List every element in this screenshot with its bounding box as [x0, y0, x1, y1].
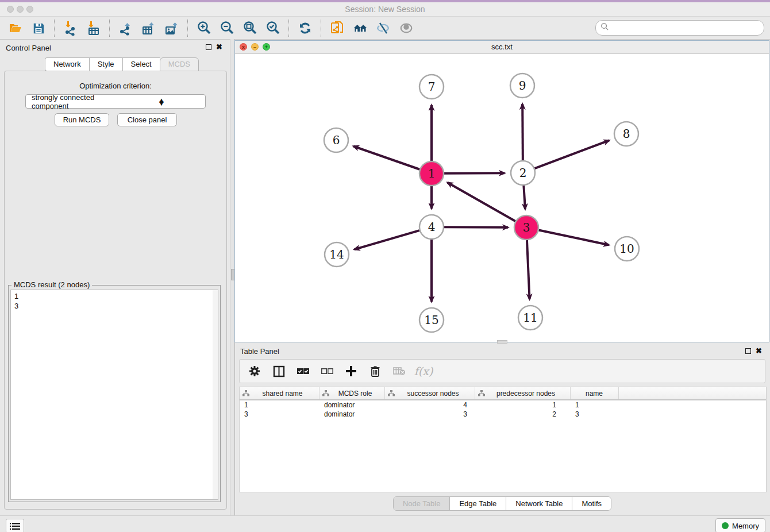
- graph-node-11[interactable]: 11: [518, 306, 542, 330]
- edge-3-1[interactable]: [448, 183, 515, 221]
- optimization-criterion-label: Optimization criterion:: [5, 82, 226, 90]
- cell-name[interactable]: 1: [571, 401, 619, 409]
- export-table-icon[interactable]: [141, 21, 156, 36]
- svg-text:4: 4: [428, 220, 436, 234]
- add-icon[interactable]: [344, 364, 358, 378]
- zoom-out-icon[interactable]: [220, 21, 234, 36]
- graph-node-10[interactable]: 10: [615, 237, 639, 261]
- refresh-icon[interactable]: [298, 21, 313, 36]
- memory-button[interactable]: Memory: [715, 518, 765, 532]
- window-resize-handle[interactable]: [497, 340, 507, 344]
- result-scrollbar[interactable]: [213, 290, 218, 499]
- home-icon[interactable]: [353, 21, 368, 36]
- search-input[interactable]: [609, 24, 764, 32]
- close-panel-icon[interactable]: ✖: [216, 44, 222, 50]
- edge-2-8[interactable]: [535, 140, 609, 168]
- cell-shared-name[interactable]: 1: [240, 401, 319, 409]
- svg-text:9: 9: [519, 79, 526, 92]
- titlebar: Session: New Session: [0, 2, 770, 17]
- edge-3-10[interactable]: [539, 230, 609, 245]
- graph-node-4[interactable]: 4: [419, 215, 444, 239]
- column-header-predecessor-nodes[interactable]: predecessor nodes: [475, 387, 571, 399]
- graph-node-2[interactable]: 2: [511, 161, 535, 185]
- search-icon: [600, 22, 609, 33]
- graph-node-15[interactable]: 15: [419, 308, 444, 332]
- tab-network[interactable]: Network: [45, 57, 89, 71]
- edge-4-3[interactable]: [444, 227, 508, 228]
- close-table-panel-icon[interactable]: ✖: [756, 348, 762, 354]
- cell-predecessor-nodes[interactable]: 2: [475, 410, 571, 418]
- edge-1-2[interactable]: [444, 173, 505, 174]
- edge-4-14[interactable]: [355, 230, 419, 249]
- criterion-value: strongly connected component: [26, 93, 114, 110]
- search-box[interactable]: [595, 20, 764, 36]
- edge-2-9[interactable]: [522, 104, 523, 160]
- graph-node-3[interactable]: 3: [514, 215, 538, 240]
- cell-name[interactable]: 3: [571, 410, 619, 418]
- clone-network-icon[interactable]: [330, 21, 345, 36]
- task-history-button[interactable]: [6, 519, 24, 532]
- zoom-selected-icon[interactable]: [265, 21, 280, 36]
- hide-panel-icon[interactable]: [376, 21, 391, 36]
- split-columns-icon[interactable]: [272, 364, 286, 378]
- tab-edge-table[interactable]: Edge Table: [450, 497, 506, 510]
- svg-text:7: 7: [428, 80, 436, 94]
- edge-1-6[interactable]: [353, 147, 419, 169]
- float-table-panel-icon[interactable]: [745, 348, 751, 354]
- cell-shared-name[interactable]: 3: [240, 410, 319, 418]
- import-table-icon[interactable]: [86, 21, 101, 36]
- table-body: 1dominator4113dominator323: [240, 400, 766, 419]
- criterion-select[interactable]: strongly connected component ▲▼: [25, 94, 206, 109]
- graph-node-14[interactable]: 14: [325, 242, 349, 267]
- gear-icon[interactable]: [248, 364, 261, 378]
- graph-node-1[interactable]: 1: [419, 161, 444, 186]
- eye-icon[interactable]: [399, 21, 414, 36]
- window-title: Session: New Session: [0, 5, 770, 14]
- column-header-name[interactable]: name: [571, 387, 619, 399]
- graph-node-7[interactable]: 7: [419, 75, 444, 99]
- graph-node-6[interactable]: 6: [324, 128, 348, 152]
- table-row[interactable]: 1dominator411: [240, 400, 766, 410]
- tab-select[interactable]: Select: [122, 57, 160, 71]
- cell-predecessor-nodes[interactable]: 1: [475, 401, 571, 409]
- column-header-shared-name[interactable]: shared name: [240, 387, 319, 399]
- export-network-icon[interactable]: [118, 21, 133, 36]
- run-mcds-button[interactable]: Run MCDS: [55, 113, 109, 126]
- delete-icon[interactable]: [368, 364, 382, 378]
- network-view-window: x – + scc.txt 7968124314101511: [234, 40, 769, 342]
- memory-status-icon: [722, 522, 729, 529]
- graph-node-8[interactable]: 8: [614, 122, 638, 146]
- cell-successor-nodes[interactable]: 4: [385, 401, 475, 409]
- tab-style[interactable]: Style: [89, 57, 122, 71]
- import-network-icon[interactable]: [63, 21, 78, 36]
- export-image-icon[interactable]: [164, 21, 179, 36]
- zoom-in-icon[interactable]: [197, 21, 211, 36]
- tab-motifs[interactable]: Motifs: [572, 497, 611, 510]
- delete-table-icon[interactable]: [392, 364, 406, 378]
- zoom-fit-icon[interactable]: [242, 21, 257, 36]
- graph-node-9[interactable]: 9: [510, 74, 534, 98]
- save-session-icon[interactable]: [31, 21, 46, 36]
- open-session-icon[interactable]: [8, 21, 23, 36]
- svg-text:11: 11: [523, 311, 537, 325]
- edge-2-3[interactable]: [523, 186, 525, 209]
- table-row[interactable]: 3dominator323: [240, 410, 766, 419]
- edge-3-11[interactable]: [527, 240, 530, 299]
- tab-mcds[interactable]: MCDS: [160, 57, 199, 71]
- float-panel-icon[interactable]: [206, 44, 211, 50]
- mcds-result-list[interactable]: 1 3: [10, 290, 218, 500]
- cell-successor-nodes[interactable]: 3: [385, 410, 475, 418]
- close-panel-button[interactable]: Close panel: [117, 113, 177, 126]
- function-icon[interactable]: f(x): [417, 364, 430, 378]
- cell-MCDS-role[interactable]: dominator: [319, 410, 385, 418]
- tab-network-table[interactable]: Network Table: [506, 497, 572, 510]
- network-window-titlebar[interactable]: x – + scc.txt: [235, 41, 769, 54]
- tab-node-table[interactable]: Node Table: [394, 497, 451, 510]
- deselect-all-icon[interactable]: [320, 364, 334, 378]
- svg-text:15: 15: [424, 313, 438, 327]
- select-all-icon[interactable]: [296, 364, 310, 378]
- column-header-MCDS-role[interactable]: MCDS role: [319, 387, 385, 399]
- network-canvas[interactable]: 7968124314101511: [235, 53, 769, 342]
- column-header-successor-nodes[interactable]: successor nodes: [385, 387, 475, 399]
- cell-MCDS-role[interactable]: dominator: [319, 401, 385, 409]
